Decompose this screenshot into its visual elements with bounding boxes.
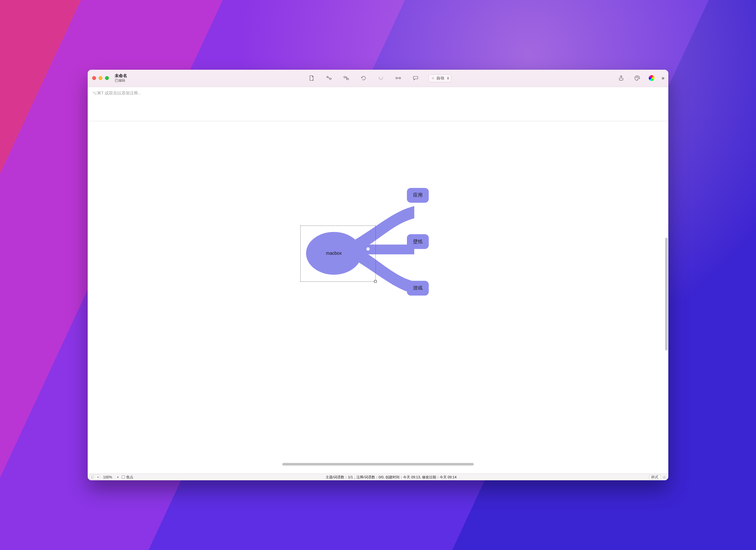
titlebar: 未命名 已编辑 xyxy=(88,70,668,87)
minimize-button[interactable] xyxy=(99,76,102,80)
svg-point-8 xyxy=(637,76,637,77)
app-window: 未命名 已编辑 xyxy=(88,70,668,481)
stepper-icon: ▴▾ xyxy=(447,76,449,80)
zoom-value: 100% xyxy=(103,475,116,479)
svg-rect-10 xyxy=(91,476,94,478)
layout-selector[interactable]: ☆ 自动 ▴▾ xyxy=(428,74,452,82)
notes-panel[interactable]: ⌥⌘T 或双击以添加注释.. xyxy=(88,87,668,122)
sidebar-icon xyxy=(91,476,94,479)
toolbar: ☆ 自动 ▴▾ xyxy=(147,74,611,82)
root-node-label: macbox xyxy=(326,250,342,256)
child-node-label: 应用 xyxy=(413,192,423,198)
palette-icon[interactable] xyxy=(633,74,642,82)
add-sibling-topic-icon[interactable] xyxy=(342,74,351,82)
svg-point-7 xyxy=(636,77,637,78)
style-label: 样式 xyxy=(651,475,658,480)
chevron-down-icon: ▾ xyxy=(117,476,119,479)
zoom-control[interactable]: 100% ▾ xyxy=(103,475,119,479)
share-icon[interactable] xyxy=(617,74,626,82)
svg-point-9 xyxy=(638,77,639,78)
callout-icon[interactable] xyxy=(411,74,420,82)
selection-resize-handle[interactable] xyxy=(374,280,377,283)
svg-point-0 xyxy=(327,76,328,78)
layout-label: 自动 xyxy=(436,75,444,81)
collapse-toggle[interactable] xyxy=(366,247,370,251)
mindmap-child-node[interactable]: 应用 xyxy=(407,188,429,203)
title-block: 未命名 已编辑 xyxy=(115,74,144,83)
new-document-icon[interactable] xyxy=(307,74,316,82)
star-icon: ☆ xyxy=(431,76,435,80)
add-child-topic-icon[interactable] xyxy=(324,74,333,82)
window-title: 未命名 xyxy=(115,74,144,78)
svg-rect-5 xyxy=(399,77,400,79)
relationship-icon[interactable] xyxy=(394,74,403,82)
favorite-icon[interactable]: ☆ xyxy=(663,475,666,480)
chevron-down-icon: ▾ xyxy=(97,476,99,479)
focus-checkbox[interactable]: 焦点 xyxy=(122,475,133,480)
mindmap-root-node[interactable]: macbox xyxy=(306,232,362,275)
undo-icon[interactable] xyxy=(359,74,368,82)
child-node-label: 游戏 xyxy=(413,285,423,291)
toolbar-right: » xyxy=(617,74,664,82)
svg-rect-1 xyxy=(329,78,331,79)
color-picker-icon[interactable] xyxy=(649,75,655,81)
toolbar-overflow-icon[interactable]: » xyxy=(662,75,664,81)
child-node-label: 壁纸 xyxy=(413,239,423,245)
maximize-button[interactable] xyxy=(105,76,109,80)
status-info: 主题/词语数：1/1，注释/词语数：0/0, 创建时间：今天 09:13, 修改… xyxy=(136,475,646,480)
mindmap-child-node[interactable]: 壁纸 xyxy=(407,234,429,249)
mindmap-connectors xyxy=(88,122,668,474)
close-button[interactable] xyxy=(92,76,96,80)
horizontal-scrollbar[interactable] xyxy=(282,463,474,466)
window-controls xyxy=(92,76,109,80)
svg-rect-6 xyxy=(619,78,623,80)
horizontal-scrollbar-track xyxy=(88,462,668,467)
statusbar: ▾ 100% ▾ 焦点 主题/词语数：1/1，注释/词语数：0/0, 创建时间：… xyxy=(88,474,668,480)
focus-label: 焦点 xyxy=(126,475,133,480)
svg-rect-2 xyxy=(344,76,346,78)
boundary-icon[interactable] xyxy=(376,74,385,82)
svg-rect-4 xyxy=(396,77,397,79)
sidebar-toggle[interactable]: ▾ xyxy=(90,475,100,480)
mindmap-child-node[interactable]: 游戏 xyxy=(407,281,429,296)
window-subtitle: 已编辑 xyxy=(115,78,144,83)
canvas-area[interactable]: macbox 应用 壁纸 游戏 xyxy=(88,122,668,474)
vertical-scrollbar[interactable] xyxy=(665,238,668,351)
checkbox-icon xyxy=(122,476,125,479)
notes-placeholder: ⌥⌘T 或双击以添加注释.. xyxy=(92,91,141,95)
desktop-background: 未命名 已编辑 xyxy=(0,0,756,550)
style-button[interactable]: 样式 xyxy=(649,475,661,480)
